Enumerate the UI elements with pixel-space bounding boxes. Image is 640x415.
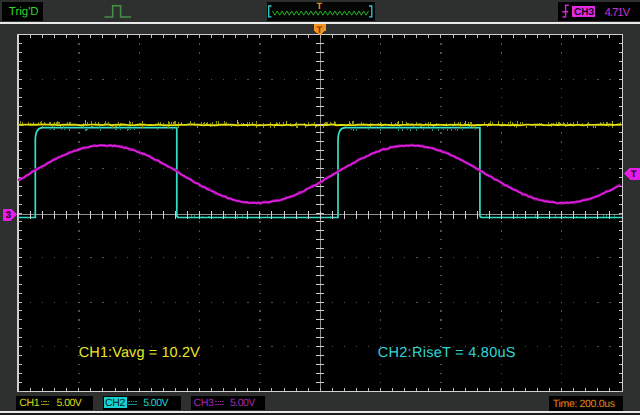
svg-text:Time: 200.0us: Time: 200.0us bbox=[553, 398, 615, 410]
svg-text:CH2: CH2 bbox=[105, 397, 126, 409]
svg-text:5.00V: 5.00V bbox=[230, 397, 255, 409]
svg-text:5.00V: 5.00V bbox=[57, 397, 82, 409]
svg-text:CH3: CH3 bbox=[193, 397, 214, 409]
svg-text:Trig'D: Trig'D bbox=[9, 6, 39, 18]
svg-text:CH2:RiseT = 4.80uS: CH2:RiseT = 4.80uS bbox=[378, 345, 516, 361]
svg-text:T: T bbox=[631, 169, 637, 180]
svg-text:5.00V: 5.00V bbox=[143, 397, 168, 409]
svg-text:4.71V: 4.71V bbox=[605, 7, 631, 19]
svg-text:3: 3 bbox=[6, 210, 11, 221]
svg-text:T: T bbox=[316, 1, 322, 11]
svg-text:CH3: CH3 bbox=[574, 7, 594, 18]
svg-text:T: T bbox=[317, 25, 323, 36]
svg-text:CH1:Vavg = 10.2V: CH1:Vavg = 10.2V bbox=[79, 345, 200, 361]
svg-text:CH1: CH1 bbox=[19, 397, 40, 409]
